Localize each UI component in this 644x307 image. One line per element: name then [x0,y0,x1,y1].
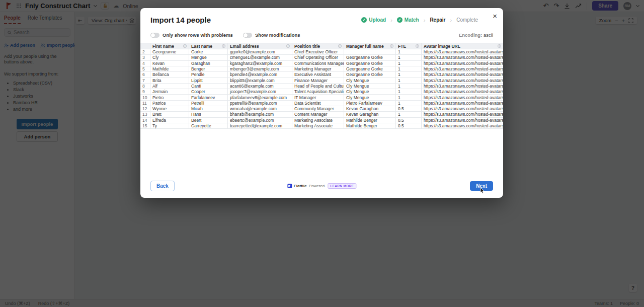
column-header-last-name[interactable]: Last namei [189,43,228,49]
cell-first[interactable]: Kevan [150,61,189,66]
cell-email[interactable]: bpendle4@example.com [228,72,292,78]
toggle-switch[interactable] [243,33,252,38]
cell-email[interactable]: bhansb@example.com [228,112,292,117]
cell-fte[interactable]: 1 [396,95,422,100]
cell-avatar[interactable]: https://s3.amazonaws.com/hosted-avatars.… [422,95,503,100]
cell-last[interactable]: Carreyette [189,123,228,129]
cell-avatar[interactable]: https://s3.amazonaws.com/hosted-avatars.… [422,55,503,60]
cell-last[interactable]: Micah [189,106,228,112]
cell-fte[interactable]: 0.5 [396,106,422,112]
cell-position[interactable]: Chief Executive Officer [292,49,344,55]
cell-position[interactable]: Chief Operating Officer [292,55,344,60]
cell-manager[interactable]: Mathilde Benger [344,123,396,129]
learn-more-badge[interactable]: LEARN MORE [328,183,356,189]
cell-position[interactable]: Communications Manager [292,61,344,66]
cell-last[interactable]: Farfalameev [189,95,228,100]
info-icon[interactable]: i [416,44,419,48]
cell-first[interactable]: Mathilde [150,66,189,72]
cell-first[interactable]: Georgeanne [150,49,189,55]
cell-email[interactable]: pfarfalameev8@example.com [228,95,292,100]
cell-last[interactable]: Petrelli [189,101,228,106]
cell-first[interactable]: Patrice [150,101,189,106]
cell-fte[interactable]: 1 [396,61,422,66]
cell-avatar[interactable]: https://s3.amazonaws.com/hosted-avatars.… [422,78,503,83]
cell-email[interactable]: kgaraghan2@example.com [228,61,292,66]
info-icon[interactable]: i [498,44,501,48]
info-icon[interactable]: i [338,44,342,48]
cell-avatar[interactable]: https://s3.amazonaws.com/hosted-avatars.… [422,72,503,78]
cell-last[interactable]: Cooper [189,89,228,95]
cell-avatar[interactable]: https://s3.amazonaws.com/hosted-avatars.… [422,106,503,112]
cell-fte[interactable]: 0.5 [396,123,422,129]
cell-email[interactable]: wmicaha@example.com [228,106,292,112]
cell-position[interactable]: Talent Acquisition Specialist [292,89,344,95]
cell-last[interactable]: Lippitt [189,78,228,83]
cell-manager[interactable]: Mathilde Benger [344,118,396,123]
cell-avatar[interactable]: https://s3.amazonaws.com/hosted-avatars.… [422,66,503,72]
toggle-switch[interactable] [150,33,159,38]
cell-fte[interactable]: 1 [396,89,422,95]
cell-fte[interactable]: 1 [396,78,422,83]
info-icon[interactable]: i [183,44,187,48]
cell-position[interactable]: Marketing Manager [292,66,344,72]
cell-email[interactable]: cmengue1@example.com [228,55,292,60]
cell-manager[interactable]: Georgeanne Gorke [344,66,396,72]
cell-first[interactable]: Cly [150,55,189,60]
cell-manager[interactable]: Georgeanne Gorke [344,55,396,60]
cell-first[interactable]: Jermain [150,89,189,95]
column-header-avatar-image-url[interactable]: Avatar image URLi [422,43,503,49]
cell-email[interactable]: tcarreyetted@example.com [228,123,292,129]
cell-avatar[interactable]: https://s3.amazonaws.com/hosted-avatars.… [422,118,503,123]
cell-fte[interactable]: 1 [396,49,422,55]
cell-first[interactable]: Brita [150,78,189,83]
cell-manager[interactable]: Kevan Garaghan [344,112,396,117]
cell-manager[interactable]: Cly Mengue [344,84,396,89]
cell-position[interactable]: Data Scientist [292,101,344,106]
cell-last[interactable]: Canti [189,84,228,89]
cell-first[interactable]: Brett [150,112,189,117]
cell-manager[interactable]: Georgeanne Gorke [344,72,396,78]
info-icon[interactable]: i [390,44,393,48]
cell-position[interactable]: Finance Manager [292,78,344,83]
cell-position[interactable]: Community Manager [292,106,344,112]
cell-avatar[interactable]: https://s3.amazonaws.com/hosted-avatars.… [422,49,503,55]
cell-last[interactable]: Pendle [189,72,228,78]
toggle-show-modifications[interactable]: Show modifications [243,32,300,38]
cell-email[interactable]: ebeertc@example.com [228,118,292,123]
cell-avatar[interactable]: https://s3.amazonaws.com/hosted-avatars.… [422,61,503,66]
column-header-manager-full-name[interactable]: Manager full namei [344,43,396,49]
cell-fte[interactable]: 1 [396,112,422,117]
cell-position[interactable]: Marketing Associate [292,118,344,123]
close-icon[interactable]: × [493,12,497,20]
cell-last[interactable]: Gorke [189,49,228,55]
cell-first[interactable]: Pietro [150,95,189,100]
cell-email[interactable]: jcooper7@example.com [228,89,292,95]
cell-last[interactable]: Mengue [189,55,228,60]
info-icon[interactable]: i [222,44,225,48]
back-button[interactable]: Back [150,181,175,191]
cell-avatar[interactable]: https://s3.amazonaws.com/hosted-avatars.… [422,89,503,95]
cell-position[interactable]: Head of People and Culture [292,84,344,89]
cell-fte[interactable]: 1 [396,101,422,106]
cell-manager[interactable]: Cly Mengue [344,89,396,95]
cell-fte[interactable]: 0.5 [396,118,422,123]
cell-position[interactable]: Content Manager [292,112,344,117]
cell-manager[interactable]: Pietro Farfalameev [344,101,396,106]
cell-email[interactable]: ggorke0@example.com [228,49,292,55]
cell-avatar[interactable]: https://s3.amazonaws.com/hosted-avatars.… [422,123,503,129]
cell-first[interactable]: Wynnie [150,106,189,112]
cell-fte[interactable]: 1 [396,72,422,78]
cell-last[interactable]: Garaghan [189,61,228,66]
cell-email[interactable]: mbenger3@example.com [228,66,292,72]
cell-fte[interactable]: 1 [396,84,422,89]
cell-manager[interactable]: Cly Mengue [344,78,396,83]
cell-first[interactable]: Elfreda [150,118,189,123]
column-header-first-name[interactable]: First namei [150,43,189,49]
cell-manager[interactable]: Cly Mengue [344,95,396,100]
cell-position[interactable]: IT Manager [292,95,344,100]
cell-avatar[interactable]: https://s3.amazonaws.com/hosted-avatars.… [422,84,503,89]
cell-email[interactable]: blippitt5@example.com [228,78,292,83]
cell-last[interactable]: Beert [189,118,228,123]
cell-last[interactable]: Hans [189,112,228,117]
cell-email[interactable]: acanti6@example.com [228,84,292,89]
